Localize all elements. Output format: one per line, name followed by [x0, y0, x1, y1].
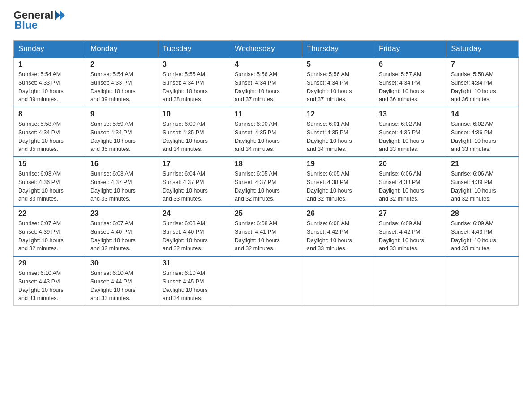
calendar-day-29: 29Sunrise: 6:10 AM Sunset: 4:43 PM Dayli… — [14, 256, 86, 306]
day-info: Sunrise: 6:07 AM Sunset: 4:40 PM Dayligh… — [90, 219, 153, 253]
day-number: 8 — [18, 110, 81, 118]
day-number: 11 — [235, 110, 297, 118]
calendar-day-empty — [446, 256, 519, 306]
day-info: Sunrise: 6:06 AM Sunset: 4:39 PM Dayligh… — [451, 170, 514, 203]
day-number: 6 — [379, 60, 442, 68]
day-number: 26 — [307, 210, 369, 218]
day-number: 9 — [90, 110, 153, 118]
day-info: Sunrise: 5:57 AM Sunset: 4:34 PM Dayligh… — [379, 70, 442, 104]
day-number: 31 — [163, 259, 225, 267]
calendar-day-18: 18Sunrise: 6:05 AM Sunset: 4:37 PM Dayli… — [230, 157, 302, 206]
calendar-week-5: 29Sunrise: 6:10 AM Sunset: 4:43 PM Dayli… — [14, 256, 519, 306]
calendar-day-20: 20Sunrise: 6:06 AM Sunset: 4:38 PM Dayli… — [374, 157, 446, 206]
day-number: 29 — [18, 259, 81, 267]
day-info: Sunrise: 5:54 AM Sunset: 4:33 PM Dayligh… — [90, 70, 153, 104]
calendar-week-2: 8Sunrise: 5:58 AM Sunset: 4:34 PM Daylig… — [14, 107, 519, 157]
day-number: 25 — [235, 210, 297, 218]
calendar-day-7: 7Sunrise: 5:58 AM Sunset: 4:34 PM Daylig… — [446, 57, 519, 107]
calendar-day-22: 22Sunrise: 6:07 AM Sunset: 4:39 PM Dayli… — [14, 206, 86, 256]
weekday-header-thursday: Thursday — [302, 41, 374, 58]
day-number: 14 — [451, 110, 514, 118]
day-number: 27 — [379, 210, 442, 218]
day-number: 28 — [451, 210, 514, 218]
weekday-header-friday: Friday — [374, 41, 446, 58]
day-number: 24 — [163, 210, 225, 218]
day-number: 18 — [235, 160, 297, 168]
day-info: Sunrise: 6:00 AM Sunset: 4:35 PM Dayligh… — [235, 120, 297, 154]
calendar-week-1: 1Sunrise: 5:54 AM Sunset: 4:33 PM Daylig… — [14, 57, 519, 107]
calendar-day-empty — [374, 256, 446, 306]
day-info: Sunrise: 6:09 AM Sunset: 4:42 PM Dayligh… — [379, 219, 442, 253]
calendar-day-15: 15Sunrise: 6:03 AM Sunset: 4:36 PM Dayli… — [14, 157, 86, 206]
day-number: 1 — [18, 60, 81, 68]
day-info: Sunrise: 5:59 AM Sunset: 4:34 PM Dayligh… — [90, 120, 153, 154]
day-info: Sunrise: 6:10 AM Sunset: 4:44 PM Dayligh… — [90, 269, 153, 303]
calendar-week-4: 22Sunrise: 6:07 AM Sunset: 4:39 PM Dayli… — [14, 206, 519, 256]
day-number: 4 — [235, 60, 297, 68]
day-info: Sunrise: 6:10 AM Sunset: 4:45 PM Dayligh… — [163, 269, 225, 303]
calendar-day-16: 16Sunrise: 6:03 AM Sunset: 4:37 PM Dayli… — [86, 157, 158, 206]
calendar-day-27: 27Sunrise: 6:09 AM Sunset: 4:42 PM Dayli… — [374, 206, 446, 256]
day-number: 30 — [90, 259, 153, 267]
calendar-day-3: 3Sunrise: 5:55 AM Sunset: 4:34 PM Daylig… — [158, 57, 230, 107]
day-number: 5 — [307, 60, 369, 68]
calendar-day-5: 5Sunrise: 5:56 AM Sunset: 4:34 PM Daylig… — [302, 57, 374, 107]
calendar-day-21: 21Sunrise: 6:06 AM Sunset: 4:39 PM Dayli… — [446, 157, 519, 206]
calendar-day-2: 2Sunrise: 5:54 AM Sunset: 4:33 PM Daylig… — [86, 57, 158, 107]
day-info: Sunrise: 6:08 AM Sunset: 4:40 PM Dayligh… — [163, 219, 225, 253]
day-info: Sunrise: 6:06 AM Sunset: 4:38 PM Dayligh… — [379, 170, 442, 203]
calendar-day-23: 23Sunrise: 6:07 AM Sunset: 4:40 PM Dayli… — [86, 206, 158, 256]
day-info: Sunrise: 6:09 AM Sunset: 4:43 PM Dayligh… — [451, 219, 514, 253]
calendar-day-6: 6Sunrise: 5:57 AM Sunset: 4:34 PM Daylig… — [374, 57, 446, 107]
day-number: 15 — [18, 160, 81, 168]
day-number: 3 — [163, 60, 225, 68]
calendar-day-19: 19Sunrise: 6:05 AM Sunset: 4:38 PM Dayli… — [302, 157, 374, 206]
day-info: Sunrise: 6:08 AM Sunset: 4:41 PM Dayligh… — [235, 219, 297, 253]
day-number: 23 — [90, 210, 153, 218]
day-number: 10 — [163, 110, 225, 118]
day-info: Sunrise: 5:55 AM Sunset: 4:34 PM Dayligh… — [163, 70, 225, 104]
day-number: 13 — [379, 110, 442, 118]
day-number: 17 — [163, 160, 225, 168]
calendar-day-9: 9Sunrise: 5:59 AM Sunset: 4:34 PM Daylig… — [86, 107, 158, 157]
calendar-day-28: 28Sunrise: 6:09 AM Sunset: 4:43 PM Dayli… — [446, 206, 519, 256]
weekday-header-wednesday: Wednesday — [230, 41, 302, 58]
day-info: Sunrise: 5:58 AM Sunset: 4:34 PM Dayligh… — [451, 70, 514, 104]
weekday-header-row: SundayMondayTuesdayWednesdayThursdayFrid… — [14, 41, 519, 58]
calendar-day-30: 30Sunrise: 6:10 AM Sunset: 4:44 PM Dayli… — [86, 256, 158, 306]
day-number: 16 — [90, 160, 153, 168]
calendar-day-31: 31Sunrise: 6:10 AM Sunset: 4:45 PM Dayli… — [158, 256, 230, 306]
weekday-header-saturday: Saturday — [446, 41, 519, 58]
day-number: 22 — [18, 210, 81, 218]
calendar-day-10: 10Sunrise: 6:00 AM Sunset: 4:35 PM Dayli… — [158, 107, 230, 157]
day-info: Sunrise: 6:03 AM Sunset: 4:37 PM Dayligh… — [90, 170, 153, 203]
calendar-day-24: 24Sunrise: 6:08 AM Sunset: 4:40 PM Dayli… — [158, 206, 230, 256]
calendar-day-8: 8Sunrise: 5:58 AM Sunset: 4:34 PM Daylig… — [14, 107, 86, 157]
weekday-header-sunday: Sunday — [14, 41, 86, 58]
day-info: Sunrise: 5:58 AM Sunset: 4:34 PM Dayligh… — [18, 120, 81, 154]
calendar-day-13: 13Sunrise: 6:02 AM Sunset: 4:36 PM Dayli… — [374, 107, 446, 157]
calendar-day-25: 25Sunrise: 6:08 AM Sunset: 4:41 PM Dayli… — [230, 206, 302, 256]
day-info: Sunrise: 6:00 AM Sunset: 4:35 PM Dayligh… — [163, 120, 225, 154]
calendar-day-4: 4Sunrise: 5:56 AM Sunset: 4:34 PM Daylig… — [230, 57, 302, 107]
calendar-day-11: 11Sunrise: 6:00 AM Sunset: 4:35 PM Dayli… — [230, 107, 302, 157]
calendar-day-12: 12Sunrise: 6:01 AM Sunset: 4:35 PM Dayli… — [302, 107, 374, 157]
day-info: Sunrise: 5:54 AM Sunset: 4:33 PM Dayligh… — [18, 70, 81, 104]
calendar-day-14: 14Sunrise: 6:02 AM Sunset: 4:36 PM Dayli… — [446, 107, 519, 157]
day-info: Sunrise: 6:07 AM Sunset: 4:39 PM Dayligh… — [18, 219, 81, 253]
day-info: Sunrise: 6:05 AM Sunset: 4:38 PM Dayligh… — [307, 170, 369, 203]
day-info: Sunrise: 6:02 AM Sunset: 4:36 PM Dayligh… — [379, 120, 442, 154]
calendar-week-3: 15Sunrise: 6:03 AM Sunset: 4:36 PM Dayli… — [14, 157, 519, 206]
day-number: 2 — [90, 60, 153, 68]
weekday-header-tuesday: Tuesday — [158, 41, 230, 58]
calendar-day-1: 1Sunrise: 5:54 AM Sunset: 4:33 PM Daylig… — [14, 57, 86, 107]
day-number: 19 — [307, 160, 369, 168]
day-info: Sunrise: 6:01 AM Sunset: 4:35 PM Dayligh… — [307, 120, 369, 154]
svg-marker-0 — [60, 10, 65, 20]
day-number: 12 — [307, 110, 369, 118]
day-info: Sunrise: 6:08 AM Sunset: 4:42 PM Dayligh… — [307, 219, 369, 253]
svg-marker-1 — [55, 10, 60, 20]
day-number: 7 — [451, 60, 514, 68]
weekday-header-monday: Monday — [86, 41, 158, 58]
day-info: Sunrise: 6:10 AM Sunset: 4:43 PM Dayligh… — [18, 269, 81, 303]
